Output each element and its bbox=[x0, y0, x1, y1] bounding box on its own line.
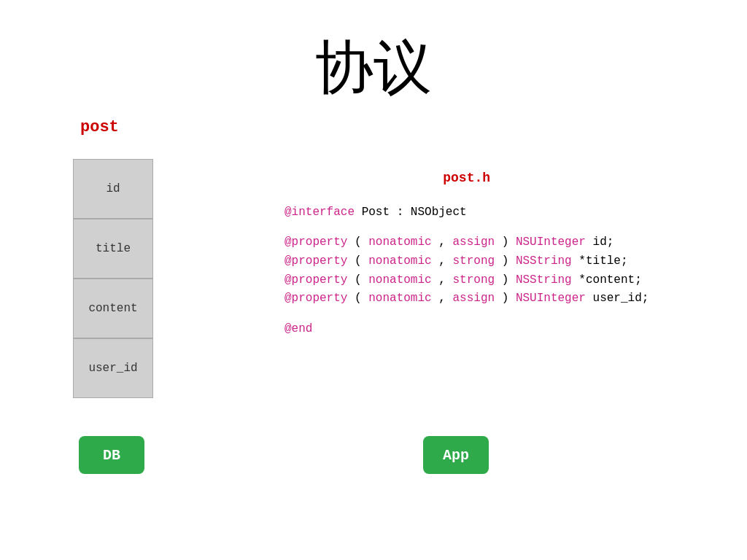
type-4: NSUInteger bbox=[516, 292, 586, 305]
code-filename: post.h bbox=[285, 168, 649, 189]
field-user-id: user_id bbox=[73, 338, 153, 398]
end-line: @end bbox=[285, 320, 649, 339]
nonatomic-4: nonatomic bbox=[368, 292, 431, 305]
end-keyword: @end bbox=[285, 322, 312, 335]
nonatomic-3: nonatomic bbox=[368, 273, 431, 287]
db-button[interactable]: DB bbox=[79, 436, 144, 474]
field-id: id bbox=[73, 159, 153, 219]
type-3: NSString bbox=[516, 273, 572, 287]
field-content: content bbox=[73, 279, 153, 338]
type-2: NSString bbox=[516, 254, 572, 268]
type-1: NSUInteger bbox=[516, 236, 586, 249]
property-keyword-2: @property bbox=[285, 254, 347, 268]
property-id-line: @property ( nonatomic , assign ) NSUInte… bbox=[285, 233, 649, 252]
assign-2: assign bbox=[452, 292, 495, 305]
strong-2: strong bbox=[452, 273, 495, 287]
property-content-line: @property ( nonatomic , strong ) NSStrin… bbox=[285, 271, 649, 290]
app-button[interactable]: App bbox=[423, 436, 489, 474]
nonatomic-2: nonatomic bbox=[368, 254, 431, 268]
interface-line: @interface Post : NSObject bbox=[285, 203, 649, 222]
property-userid-line: @property ( nonatomic , assign ) NSUInte… bbox=[285, 289, 649, 308]
property-keyword-1: @property bbox=[285, 236, 347, 249]
property-keyword-3: @property bbox=[285, 273, 347, 287]
post-label: post bbox=[80, 118, 119, 136]
interface-keyword: @interface bbox=[285, 206, 355, 219]
property-title-line: @property ( nonatomic , strong ) NSStrin… bbox=[285, 252, 649, 271]
property-keyword-4: @property bbox=[285, 292, 347, 305]
strong-1: strong bbox=[452, 254, 495, 268]
field-title: title bbox=[73, 219, 153, 279]
fields-container: id title content user_id bbox=[73, 159, 153, 398]
nonatomic-1: nonatomic bbox=[368, 236, 431, 249]
assign-1: assign bbox=[452, 236, 495, 249]
page-title: 协议 bbox=[0, 29, 747, 108]
code-panel: post.h @interface Post : NSObject @prope… bbox=[285, 168, 649, 338]
